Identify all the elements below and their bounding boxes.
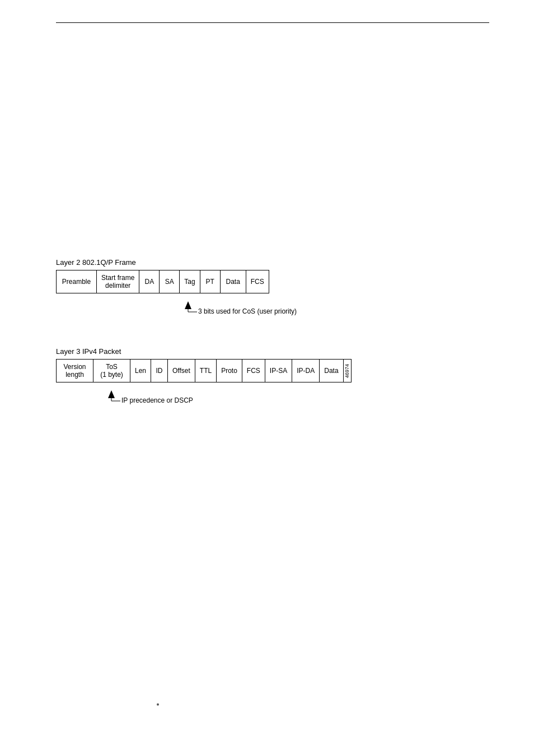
l3-field-ipda: IP-DA	[292, 360, 320, 382]
l3-field-ipsa: IP-SA	[265, 360, 292, 382]
l2-field-pt: PT	[200, 270, 220, 293]
l3-field-offset: Offset	[168, 360, 195, 382]
l3-field-id-num: 46974	[343, 360, 351, 382]
small-dot	[157, 703, 159, 706]
layer3-annotation-container: IP precedence or DSCP	[56, 382, 489, 403]
top-rule	[56, 22, 489, 23]
layer3-arrow-up	[108, 390, 115, 398]
layer3-annotation-svg: IP precedence or DSCP	[56, 382, 336, 403]
layer2-frame-table: Preamble Start framedelimiter DA SA Tag …	[56, 270, 269, 293]
page: Layer 2 802.1Q/P Frame Preamble Start fr…	[0, 0, 534, 756]
l2-field-preamble: Preamble	[57, 270, 97, 293]
l2-field-da: DA	[139, 270, 160, 293]
layer3-frame-table: Versionlength ToS(1 byte) Len ID Offset …	[56, 359, 352, 382]
layer3-title: Layer 3 IPv4 Packet	[56, 347, 489, 356]
layer2-annotation-container: 3 bits used for CoS (user priority)	[56, 293, 489, 314]
l3-field-proto: Proto	[217, 360, 242, 382]
layer2-title: Layer 2 802.1Q/P Frame	[56, 258, 489, 267]
layer2-section: Layer 2 802.1Q/P Frame Preamble Start fr…	[56, 258, 489, 314]
layer2-annotation-text: 3 bits used for CoS (user priority)	[198, 307, 297, 315]
l2-field-sa: SA	[160, 270, 180, 293]
layer3-annotation-text: IP precedence or DSCP	[121, 396, 193, 404]
l2-field-data: Data	[220, 270, 246, 293]
l3-field-fcs: FCS	[242, 360, 265, 382]
l3-field-len: Len	[130, 360, 151, 382]
l3-field-version: Versionlength	[57, 360, 93, 382]
l3-field-ttl: TTL	[195, 360, 216, 382]
l3-field-data: Data	[320, 360, 343, 382]
layer2-annotation-svg: 3 bits used for CoS (user priority)	[56, 293, 280, 314]
layer2-arrow-up	[185, 301, 191, 309]
l2-field-sfd: Start framedelimiter	[97, 270, 139, 293]
l2-field-tag: Tag	[180, 270, 200, 293]
l3-field-tos: ToS(1 byte)	[93, 360, 130, 382]
l3-field-id: ID	[151, 360, 168, 382]
layer3-section: Layer 3 IPv4 Packet Versionlength ToS(1 …	[56, 347, 489, 403]
l2-field-fcs: FCS	[246, 270, 269, 293]
